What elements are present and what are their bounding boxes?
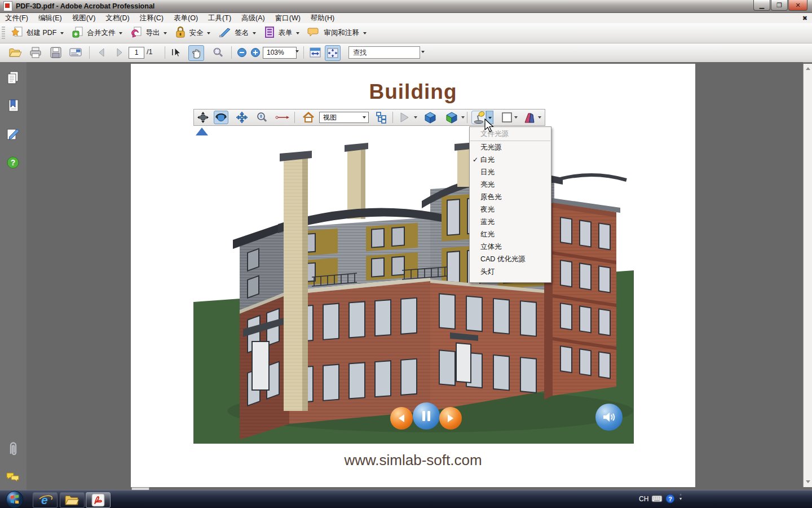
pages-icon[interactable] (5, 70, 21, 86)
toolbar-grip[interactable] (2, 27, 5, 40)
open-button[interactable] (8, 45, 23, 60)
fit-page-button[interactable] (325, 45, 341, 61)
menu-item-bright-lights[interactable]: 亮光 (470, 178, 551, 191)
window-titlebar[interactable]: PDF-3D.pdf - Adobe Acrobat Professional … (0, 0, 812, 13)
menu-item-white-lights[interactable]: ✓白光 (470, 154, 551, 166)
menu-tools[interactable]: 工具(T) (203, 14, 236, 23)
pause-button[interactable] (413, 402, 440, 430)
scroll-up-icon[interactable] (806, 67, 810, 70)
print-button[interactable] (28, 45, 43, 60)
building-3d-model[interactable] (193, 126, 634, 444)
email-button[interactable] (68, 45, 83, 60)
page-number-input[interactable]: 1 (129, 47, 144, 59)
chevron-down-icon (363, 116, 366, 119)
menu-view[interactable]: 视图(V) (67, 14, 101, 23)
create-pdf-button[interactable]: 创建 PDF (7, 24, 68, 42)
keyboard-icon[interactable] (651, 494, 663, 505)
menu-document[interactable]: 文档(D) (100, 14, 134, 23)
chevron-down-icon[interactable] (421, 51, 425, 53)
file-toolbar: 1 /1 103% 查找 (0, 43, 812, 63)
view-combobox[interactable]: 视图 (319, 112, 369, 123)
tray-language-indicator[interactable]: CH (639, 495, 648, 503)
sign-button[interactable]: 签名 (214, 24, 260, 42)
scroll-down-icon[interactable] (806, 480, 810, 483)
security-button[interactable]: 安全 (171, 24, 214, 42)
comments-icon[interactable] (5, 470, 21, 485)
zoom-tool-button[interactable] (255, 111, 270, 124)
chevron-down-icon[interactable] (295, 50, 299, 52)
taskbar-acrobat-button[interactable] (86, 492, 111, 508)
menu-item-blue-lights[interactable]: 蓝光 (470, 216, 551, 228)
menu-item-cad-lights[interactable]: CAD 优化光源 (470, 253, 551, 265)
review-comment-button[interactable]: 审阅和注释 (303, 24, 370, 42)
taskbar-explorer-button[interactable] (60, 492, 85, 508)
find-input[interactable]: 查找 (348, 46, 420, 59)
previous-view-button[interactable] (390, 407, 413, 430)
taskbar-ie-button[interactable]: e (33, 492, 58, 508)
tray-overflow-icon[interactable]: ▫▾ (679, 493, 682, 501)
menu-comments[interactable]: 注释(C) (135, 14, 169, 23)
rotate-tool-button[interactable] (196, 111, 210, 124)
menu-advanced[interactable]: 高级(A) (236, 14, 270, 23)
vertical-scrollbar[interactable] (803, 64, 812, 487)
menu-item-no-lights[interactable]: 无光源 (470, 141, 551, 154)
help-tray-icon[interactable]: ? (665, 494, 675, 506)
bookmarks-icon[interactable] (5, 98, 21, 114)
zoom-level-combobox[interactable]: 103% (263, 47, 297, 59)
menu-file[interactable]: 文件(F) (0, 14, 33, 23)
start-button[interactable] (5, 489, 25, 508)
toolbar-collapse-arrow[interactable] (196, 128, 208, 135)
chevron-down-icon[interactable] (461, 116, 465, 119)
menu-item-cube-lights[interactable]: 立体光 (470, 240, 551, 253)
export-button[interactable]: 导出 (126, 24, 171, 42)
default-view-home-button[interactable] (301, 111, 316, 124)
hand-tool-button[interactable] (188, 45, 204, 61)
combine-files-button[interactable]: 合并文件 (68, 24, 126, 42)
save-button[interactable] (48, 45, 63, 60)
menu-forms[interactable]: 表单(O) (169, 14, 203, 23)
restore-button[interactable]: ❐ (771, 0, 788, 11)
zoom-out-button[interactable] (235, 45, 249, 60)
background-color-button[interactable] (500, 111, 514, 124)
separator (303, 46, 304, 59)
forms-button[interactable]: 表单 (260, 24, 303, 42)
signatures-icon[interactable] (5, 126, 21, 142)
menu-item-primary-lights[interactable]: 原色光 (470, 191, 551, 203)
attachments-icon[interactable] (5, 441, 21, 457)
help-icon[interactable]: ? (5, 155, 21, 170)
menubar-close-icon[interactable]: ✖ (802, 15, 807, 22)
select-tool-button[interactable] (169, 45, 184, 60)
chevron-down-icon[interactable] (538, 116, 541, 119)
extra-options-button[interactable] (444, 111, 459, 124)
menu-edit[interactable]: 编辑(E) (33, 14, 67, 23)
next-view-button[interactable] (439, 407, 462, 430)
sound-button[interactable] (595, 404, 623, 431)
render-mode-button[interactable] (423, 111, 438, 124)
cross-section-button[interactable] (522, 111, 537, 124)
3d-annotation-canvas[interactable] (193, 126, 634, 444)
fit-width-button[interactable] (308, 45, 323, 60)
menu-item-day-lights[interactable]: 日光 (470, 166, 551, 178)
navigation-panel: ? (0, 62, 27, 490)
play-animation-button[interactable] (397, 111, 412, 124)
close-button[interactable]: ✕ (788, 0, 807, 11)
page-title: Building (131, 80, 695, 104)
zoom-in-button[interactable] (248, 45, 263, 60)
next-page-button[interactable] (112, 45, 126, 60)
menu-item-red-lights[interactable]: 红光 (470, 228, 551, 240)
chevron-down-icon (119, 32, 122, 34)
menu-item-headlamp[interactable]: 头灯 (470, 265, 551, 278)
previous-page-button[interactable] (95, 45, 109, 60)
chevron-down-icon[interactable] (414, 116, 417, 119)
menu-item-night-lights[interactable]: 夜光 (470, 203, 551, 216)
pan-tool-button[interactable] (235, 111, 249, 124)
security-lock-icon (175, 26, 186, 40)
chevron-down-icon[interactable] (514, 116, 518, 119)
menu-window[interactable]: 窗口(W) (270, 14, 306, 23)
marquee-zoom-button[interactable] (211, 45, 226, 60)
minimize-button[interactable]: ▁ (753, 0, 770, 11)
model-tree-button[interactable] (374, 111, 389, 124)
menu-help[interactable]: 帮助(H) (306, 14, 339, 23)
spin-tool-button[interactable] (214, 111, 228, 124)
measure-tool-button[interactable] (275, 111, 290, 124)
